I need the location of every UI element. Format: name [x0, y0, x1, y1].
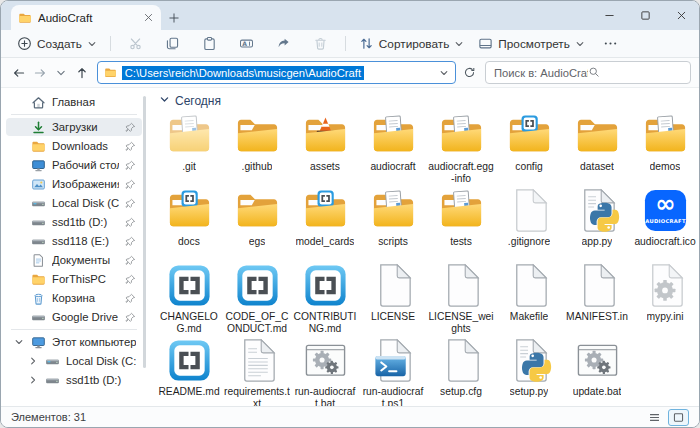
- sort-button[interactable]: Сортировать: [352, 33, 471, 54]
- file-item[interactable]: docs: [155, 186, 223, 261]
- file-item[interactable]: CONTRIBUTING.md: [291, 261, 359, 336]
- file-item[interactable]: Makefile: [495, 261, 563, 336]
- copy-button[interactable]: [154, 33, 191, 54]
- cut-button[interactable]: [117, 33, 154, 54]
- rename-button[interactable]: A: [228, 33, 265, 54]
- share-button[interactable]: [265, 33, 302, 54]
- file-item[interactable]: CODE_OF_CONDUCT.md: [223, 261, 291, 336]
- file-name: assets: [310, 161, 340, 173]
- sidebar-item[interactable]: Изображения: [6, 175, 142, 193]
- file-item[interactable]: LICENSE_weights: [427, 261, 495, 336]
- file-item[interactable]: dataset: [563, 111, 631, 186]
- sidebar-item[interactable]: ForThisPC: [6, 270, 142, 288]
- pin-icon[interactable]: [125, 217, 136, 228]
- view-button[interactable]: Просмотреть: [471, 33, 592, 54]
- file-item[interactable]: setup.py: [495, 336, 563, 406]
- new-tab-button[interactable]: [161, 5, 187, 30]
- pin-icon[interactable]: [125, 236, 136, 247]
- sidebar-item[interactable]: Local Disk (C:): [6, 352, 142, 370]
- pin-icon[interactable]: [125, 255, 136, 266]
- sort-arrows-icon: [359, 36, 374, 51]
- recent-locations-button[interactable]: [51, 62, 70, 84]
- new-button[interactable]: Создать: [10, 33, 104, 54]
- minimize-button[interactable]: [591, 1, 627, 30]
- file-item[interactable]: egs: [223, 186, 291, 261]
- sidebar-item[interactable]: ssd1tb (D:): [6, 213, 142, 231]
- file-item[interactable]: demos: [631, 111, 699, 186]
- sidebar-item[interactable]: Downloads: [6, 137, 142, 155]
- file-item[interactable]: MANIFEST.in: [563, 261, 631, 336]
- large-icons-view-button[interactable]: [668, 409, 689, 426]
- file-item[interactable]: scripts: [359, 186, 427, 261]
- file-name: docs: [178, 236, 200, 248]
- file-item[interactable]: run-audiocraft.ps1: [359, 336, 427, 406]
- file-item[interactable]: app.py: [563, 186, 631, 261]
- chevron-down-icon: [454, 39, 464, 49]
- chevron-spacer: [14, 312, 25, 323]
- more-options-button[interactable]: [592, 33, 629, 54]
- file-item[interactable]: audiocraft: [359, 111, 427, 186]
- sidebar-scrollbar[interactable]: [143, 96, 146, 368]
- pin-icon[interactable]: [125, 198, 136, 209]
- search-box[interactable]: Поиск в: AudioCraft: [485, 61, 691, 84]
- refresh-button[interactable]: [458, 62, 481, 84]
- pin-icon[interactable]: [125, 274, 136, 285]
- file-item[interactable]: tests: [427, 186, 495, 261]
- file-item[interactable]: audiocraft.egg-info: [427, 111, 495, 186]
- pin-icon[interactable]: [125, 160, 136, 171]
- file-item[interactable]: assets: [291, 111, 359, 186]
- sidebar-item[interactable]: Документы: [6, 251, 142, 269]
- file-item[interactable]: config: [495, 111, 563, 186]
- folder-small-icon: [31, 139, 46, 154]
- file-item[interactable]: run-audiocraft.bat: [291, 336, 359, 406]
- file-item[interactable]: .git: [155, 111, 223, 186]
- tab-audiocraft[interactable]: AudioCraft: [11, 5, 161, 30]
- forward-button[interactable]: [30, 62, 49, 84]
- delete-button[interactable]: [302, 33, 339, 54]
- file-item[interactable]: setup.cfg: [427, 336, 495, 406]
- pin-icon[interactable]: [125, 122, 136, 133]
- address-bar[interactable]: C:\Users\reich\Downloads\musicgen\AudioC…: [97, 61, 456, 84]
- sidebar-item[interactable]: Корзина: [6, 289, 142, 307]
- sidebar-item[interactable]: ssd118 (E:): [6, 232, 142, 250]
- file-name: Makefile: [510, 311, 548, 323]
- sidebar-item[interactable]: Рабочий стол: [6, 156, 142, 174]
- file-name: MANIFEST.in: [566, 311, 628, 323]
- command-toolbar: Создать A Сортировать Просмотреть: [1, 30, 699, 58]
- file-item[interactable]: README.md: [155, 336, 223, 406]
- sidebar-item[interactable]: Google Drive (G:): [6, 308, 142, 326]
- file-item[interactable]: CHANGELOG.md: [155, 261, 223, 336]
- pin-icon[interactable]: [125, 293, 136, 304]
- close-button[interactable]: [663, 1, 699, 30]
- sidebar-item[interactable]: Загрузки: [6, 118, 142, 136]
- file-item[interactable]: requirements.txt: [223, 336, 291, 406]
- tab-close-icon[interactable]: [143, 12, 154, 23]
- file-item[interactable]: .github: [223, 111, 291, 186]
- file-item[interactable]: ∞AUDIOCRAFTaudiocraft.ico: [631, 186, 699, 261]
- file-item[interactable]: LICENSE: [359, 261, 427, 336]
- pin-icon[interactable]: [125, 312, 136, 323]
- sidebar-item[interactable]: Главная: [6, 93, 142, 111]
- sidebar-item[interactable]: ssd1tb (D:): [6, 371, 142, 389]
- back-button[interactable]: [9, 62, 28, 84]
- address-path[interactable]: C:\Users\reich\Downloads\musicgen\AudioC…: [122, 66, 364, 80]
- file-item[interactable]: update.bat: [563, 336, 631, 406]
- pin-icon[interactable]: [125, 141, 136, 152]
- paste-button[interactable]: [191, 33, 228, 54]
- chevron-right-icon[interactable]: [28, 356, 39, 367]
- sidebar-item-label: Local Disk (C:): [66, 355, 136, 367]
- group-header-today[interactable]: Сегодня: [159, 92, 699, 110]
- sidebar-item[interactable]: Этот компьютер: [6, 333, 142, 351]
- file-item[interactable]: .gitignore: [495, 186, 563, 261]
- chevron-down-icon[interactable]: [14, 337, 25, 348]
- chevron-right-icon[interactable]: [28, 375, 39, 386]
- file-list-area: Сегодня .git.githubassetsaudiocraftaudio…: [147, 88, 699, 406]
- pin-icon[interactable]: [125, 179, 136, 190]
- file-item[interactable]: model_cards: [291, 186, 359, 261]
- sidebar-item[interactable]: Local Disk (C:): [6, 194, 142, 212]
- up-button[interactable]: [73, 62, 92, 84]
- maximize-button[interactable]: [627, 1, 663, 30]
- details-view-button[interactable]: [644, 409, 665, 426]
- address-chevron-icon[interactable]: [439, 68, 449, 78]
- file-item[interactable]: mypy.ini: [631, 261, 699, 336]
